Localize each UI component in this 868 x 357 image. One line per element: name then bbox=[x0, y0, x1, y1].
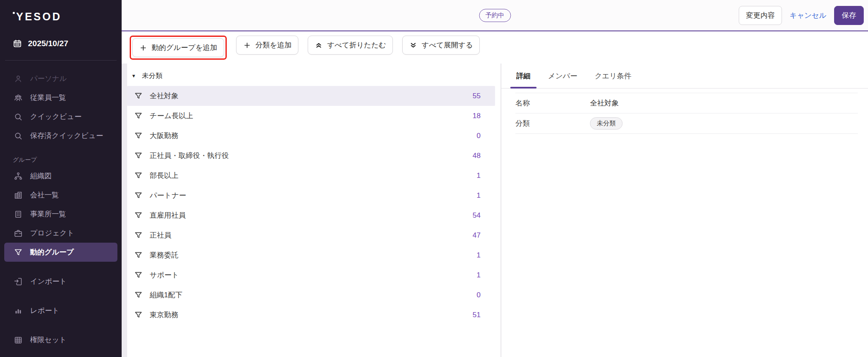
app-logo: YESOD bbox=[13, 10, 122, 23]
detail-tabs: 詳細メンバークエリ条件 bbox=[501, 64, 868, 89]
group-row[interactable]: 業務委託1 bbox=[127, 245, 495, 265]
add-category-button[interactable]: 分類を追加 bbox=[236, 36, 298, 55]
cancel-button[interactable]: キャンセル bbox=[790, 11, 826, 20]
sidebar-item-report[interactable]: レポート bbox=[4, 301, 117, 320]
group-row[interactable]: 大阪勤務0 bbox=[127, 126, 495, 146]
funnel-icon bbox=[134, 91, 143, 100]
chevrons-up-icon bbox=[314, 41, 323, 50]
funnel-icon bbox=[14, 248, 23, 257]
field-label: 分類 bbox=[515, 119, 590, 128]
sidebar-item-dynamic-group[interactable]: 動的グループ bbox=[4, 243, 117, 262]
group-list-panel: ▼ 未分類 全社対象55チーム長以上18大阪勤務0正社員・取締役・執行役48部長… bbox=[127, 64, 501, 357]
member-count: 1 bbox=[477, 191, 481, 200]
sidebar-item-label: 権限セット bbox=[30, 335, 67, 345]
sidebar-group: インポートレポート権限セット bbox=[0, 272, 122, 349]
content-gutter bbox=[122, 64, 127, 357]
member-count: 0 bbox=[477, 291, 481, 299]
add-dynamic-group-button[interactable]: 動的グループを追加 bbox=[132, 38, 224, 57]
button-label: 分類を追加 bbox=[256, 40, 292, 50]
group-name: サポート bbox=[150, 270, 477, 280]
group-row[interactable]: サポート1 bbox=[127, 265, 495, 285]
sidebar-item-label: 動的グループ bbox=[30, 247, 74, 257]
sidebar-item-label: パーソナル bbox=[30, 74, 67, 83]
sidebar-item-company-list[interactable]: 会社一覧 bbox=[4, 185, 117, 205]
category-pill: 未分類 bbox=[590, 117, 623, 130]
member-count: 47 bbox=[473, 231, 481, 240]
funnel-icon bbox=[134, 231, 143, 240]
chevrons-down-icon bbox=[409, 41, 417, 50]
funnel-icon bbox=[134, 131, 143, 140]
plus-icon bbox=[243, 41, 251, 50]
main-area: 予約中 変更内容 キャンセル 保存 動的グループを追加分類を追加すべて折りたたむ… bbox=[122, 0, 868, 357]
collapse-all-button[interactable]: すべて折りたたむ bbox=[308, 36, 393, 55]
date-selector[interactable]: 2025/10/27 bbox=[13, 38, 122, 49]
detail-tab[interactable]: メンバー bbox=[542, 64, 583, 88]
group-row[interactable]: チーム長以上18 bbox=[127, 106, 495, 126]
plus-icon bbox=[139, 44, 147, 52]
sidebar-item-permission-set[interactable]: 権限セット bbox=[4, 330, 117, 349]
member-count: 0 bbox=[477, 132, 481, 140]
group-row[interactable]: 東京勤務51 bbox=[127, 305, 495, 325]
toolbar: 動的グループを追加分類を追加すべて折りたたむすべて展開する bbox=[122, 31, 868, 64]
group-row[interactable]: 組織1配下0 bbox=[127, 285, 495, 305]
field-value: 全社対象 bbox=[590, 98, 619, 108]
group-name: 正社員・取締役・執行役 bbox=[150, 151, 473, 161]
sidebar-item-office-list[interactable]: 事業所一覧 bbox=[4, 205, 117, 224]
funnel-icon bbox=[134, 151, 143, 160]
group-name: 部長以上 bbox=[150, 171, 477, 180]
member-count: 51 bbox=[473, 311, 481, 319]
funnel-icon bbox=[134, 191, 143, 200]
category-header[interactable]: ▼ 未分類 bbox=[127, 66, 495, 86]
sidebar-nav: パーソナル従業員一覧クイックビュー保存済クイックビューグループ組織図会社一覧事業… bbox=[0, 61, 122, 349]
expand-all-button[interactable]: すべて展開する bbox=[402, 36, 480, 55]
sidebar-item-import[interactable]: インポート bbox=[4, 272, 117, 291]
group-name: 正社員 bbox=[150, 230, 473, 240]
calendar-icon bbox=[13, 39, 22, 48]
group-row[interactable]: パートナー1 bbox=[127, 185, 495, 205]
people-icon bbox=[14, 93, 23, 102]
group-rows: 全社対象55チーム長以上18大阪勤務0正社員・取締役・執行役48部長以上1パート… bbox=[127, 86, 495, 325]
bar-chart-icon bbox=[14, 306, 23, 315]
buildings-icon bbox=[14, 191, 23, 200]
button-label: すべて折りたたむ bbox=[327, 40, 386, 50]
sidebar-item-personal[interactable]: パーソナル bbox=[4, 69, 117, 88]
topbar: 予約中 変更内容 キャンセル 保存 bbox=[122, 0, 868, 31]
search-icon bbox=[14, 131, 23, 141]
group-row[interactable]: 直雇用社員54 bbox=[127, 205, 495, 225]
field-label: 名称 bbox=[515, 98, 590, 108]
funnel-icon bbox=[134, 310, 143, 319]
sidebar-section-label: グループ bbox=[13, 156, 122, 164]
sidebar-item-label: 事業所一覧 bbox=[30, 209, 66, 219]
funnel-icon bbox=[134, 111, 143, 120]
sidebar-item-employee-list[interactable]: 従業員一覧 bbox=[4, 88, 117, 107]
sidebar-item-label: インポート bbox=[30, 277, 67, 286]
sidebar-group: グループ組織図会社一覧事業所一覧プロジェクト動的グループ bbox=[0, 156, 122, 262]
detail-field-row: 名称全社対象 bbox=[515, 93, 858, 113]
button-label: 動的グループを追加 bbox=[152, 43, 217, 53]
sidebar-item-label: 従業員一覧 bbox=[30, 93, 66, 102]
group-name: 大阪勤務 bbox=[150, 131, 477, 141]
changes-button[interactable]: 変更内容 bbox=[739, 6, 782, 25]
save-button[interactable]: 保存 bbox=[834, 6, 864, 25]
sidebar-item-project[interactable]: プロジェクト bbox=[4, 224, 117, 243]
group-name: 業務委託 bbox=[150, 250, 477, 260]
person-icon bbox=[14, 74, 23, 83]
group-row[interactable]: 正社員47 bbox=[127, 225, 495, 245]
group-row[interactable]: 部長以上1 bbox=[127, 166, 495, 185]
detail-tab[interactable]: クエリ条件 bbox=[589, 64, 637, 88]
detail-tab[interactable]: 詳細 bbox=[510, 64, 537, 88]
detail-panel: 詳細メンバークエリ条件 名称全社対象分類未分類 bbox=[501, 64, 868, 357]
group-row[interactable]: 正社員・取締役・執行役48 bbox=[127, 146, 495, 166]
group-row[interactable]: 全社対象55 bbox=[127, 86, 495, 106]
sidebar-item-saved-quick-view[interactable]: 保存済クイックビュー bbox=[4, 126, 117, 145]
group-name: 東京勤務 bbox=[150, 310, 473, 320]
funnel-icon bbox=[134, 171, 143, 180]
content: ▼ 未分類 全社対象55チーム長以上18大阪勤務0正社員・取締役・執行役48部長… bbox=[122, 64, 868, 357]
member-count: 1 bbox=[477, 172, 481, 180]
sidebar-item-quick-view[interactable]: クイックビュー bbox=[4, 107, 117, 126]
selected-date: 2025/10/27 bbox=[28, 39, 68, 48]
briefcase-icon bbox=[14, 229, 23, 238]
sidebar-item-org-chart[interactable]: 組織図 bbox=[4, 166, 117, 185]
sidebar-item-label: 組織図 bbox=[30, 171, 52, 181]
group-name: 全社対象 bbox=[150, 91, 473, 101]
